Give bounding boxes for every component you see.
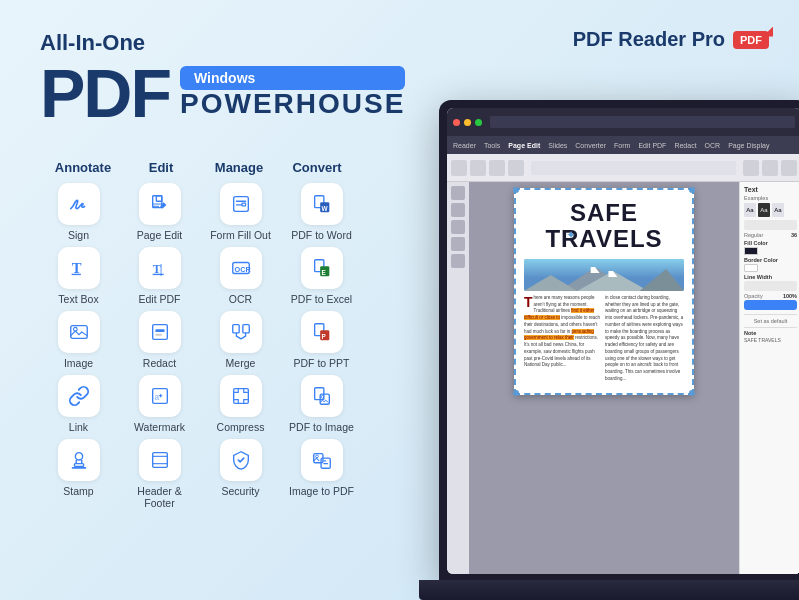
security-label: Security <box>222 485 260 497</box>
svg-text:✦: ✦ <box>158 392 163 399</box>
svg-rect-20 <box>155 334 161 336</box>
svg-rect-16 <box>70 326 87 339</box>
highlight-2: persuading government to relax their <box>524 329 594 341</box>
menu-tools[interactable]: Tools <box>484 142 500 149</box>
link-label: Link <box>69 421 88 433</box>
feature-watermark[interactable]: a ✦ Watermark <box>121 375 198 433</box>
svg-rect-19 <box>155 330 164 333</box>
prop-regular-label: Regular <box>744 232 763 238</box>
svg-rect-21 <box>232 325 238 333</box>
feature-pdf-excel[interactable]: E PDF to Excel <box>283 247 360 305</box>
prop-font-input[interactable] <box>744 220 797 230</box>
menu-form[interactable]: Form <box>614 142 630 149</box>
feature-edit-pdf[interactable]: T| Edit PDF <box>121 247 198 305</box>
feature-pdf-image[interactable]: PDF to Image <box>283 375 360 433</box>
prop-border-label: Border Color <box>744 257 797 263</box>
textbox-icon-box: T <box>58 247 100 289</box>
category-annotate: Annotate <box>44 160 122 175</box>
watermark-label: Watermark <box>134 421 185 433</box>
set-default-label[interactable]: Set as default <box>744 318 797 324</box>
feature-image[interactable]: Image <box>40 311 117 369</box>
feature-header-footer[interactable]: Header & Footer <box>121 439 198 509</box>
merge-icon <box>230 321 252 343</box>
svg-rect-3 <box>241 203 245 206</box>
compress-label: Compress <box>217 421 265 433</box>
menu-edit-pdf[interactable]: Edit PDF <box>638 142 666 149</box>
feature-image-to-pdf[interactable]: Image to PDF <box>283 439 360 509</box>
pdf-app: Reader Tools Page Edit Slides Converter … <box>447 108 799 574</box>
minimize-dot[interactable] <box>464 119 471 126</box>
handle-tr[interactable] <box>689 187 695 193</box>
pdf-sidebar-left <box>447 182 469 574</box>
feature-page-edit[interactable]: Page Edit <box>121 183 198 241</box>
prop-linewidth-section: Line Width <box>744 274 797 291</box>
sign-label: Sign <box>68 229 89 241</box>
feature-security[interactable]: Security <box>202 439 279 509</box>
merge-icon-box <box>220 311 262 353</box>
svg-point-40 <box>315 455 318 458</box>
pdf-excel-label: PDF to Excel <box>291 293 352 305</box>
edit-pdf-icon-box: T| <box>139 247 181 289</box>
feature-form[interactable]: Form Fill Out <box>202 183 279 241</box>
ribbon-btn-5[interactable] <box>743 160 759 176</box>
ribbon-btn-2[interactable] <box>470 160 486 176</box>
feature-stamp[interactable]: Stamp <box>40 439 117 509</box>
watermark-icon-box: a ✦ <box>139 375 181 417</box>
textbox-icon: T <box>68 257 90 279</box>
sidebar-icon-1[interactable] <box>451 186 465 200</box>
prop-border-color[interactable] <box>744 264 758 272</box>
font-sample-3: Aa <box>772 203 784 217</box>
menu-slides[interactable]: Slides <box>548 142 567 149</box>
svg-rect-34 <box>74 464 83 467</box>
prop-opacity-slider[interactable] <box>744 300 797 310</box>
pdf-properties-panel: Text Examples Aa Aa Aa Reg <box>739 182 799 574</box>
page-body-col2: in close contact during boarding, whethe… <box>605 295 684 383</box>
font-sample-2: Aa <box>758 203 770 217</box>
feature-compress[interactable]: Compress <box>202 375 279 433</box>
menu-ocr[interactable]: OCR <box>705 142 721 149</box>
menu-page-display[interactable]: Page Display <box>728 142 769 149</box>
sidebar-icon-5[interactable] <box>451 254 465 268</box>
ribbon-btn-7[interactable] <box>781 160 797 176</box>
close-dot[interactable] <box>453 119 460 126</box>
feature-pdf-ppt[interactable]: P PDF to PPT <box>283 311 360 369</box>
ribbon-btn-6[interactable] <box>762 160 778 176</box>
sidebar-icon-4[interactable] <box>451 237 465 251</box>
menu-reader[interactable]: Reader <box>453 142 476 149</box>
edit-pdf-label: Edit PDF <box>138 293 180 305</box>
maximize-dot[interactable] <box>475 119 482 126</box>
sidebar-icon-2[interactable] <box>451 203 465 217</box>
feature-ocr[interactable]: OCR OCR <box>202 247 279 305</box>
security-icon <box>230 449 252 471</box>
ribbon-btn-4[interactable] <box>508 160 524 176</box>
menu-converter[interactable]: Converter <box>575 142 606 149</box>
handle-tl[interactable] <box>513 187 519 193</box>
link-icon-box <box>58 375 100 417</box>
merge-label: Merge <box>226 357 256 369</box>
handle-br[interactable] <box>689 390 695 396</box>
pdf-word-icon-box: W <box>301 183 343 225</box>
feature-redact[interactable]: Redact <box>121 311 198 369</box>
pdf-toolbar <box>447 108 799 136</box>
menu-page-edit[interactable]: Page Edit <box>508 142 540 149</box>
pdf-menubar: Reader Tools Page Edit Slides Converter … <box>447 136 799 154</box>
ribbon-btn-3[interactable] <box>489 160 505 176</box>
ribbon-btn-1[interactable] <box>451 160 467 176</box>
handle-bl[interactable] <box>513 390 519 396</box>
feature-textbox[interactable]: T Text Box <box>40 247 117 305</box>
feature-pdf-word[interactable]: W PDF to Word <box>283 183 360 241</box>
prop-fill-label: Fill Color <box>744 240 797 246</box>
ribbon-input[interactable] <box>531 161 736 175</box>
prop-linewidth-input[interactable] <box>744 281 797 291</box>
pdf-word-icon: W <box>311 193 333 215</box>
pdf-image-icon <box>311 385 333 407</box>
menu-redact[interactable]: Redact <box>674 142 696 149</box>
page-main-title: SAFE TRAVELS <box>524 200 684 253</box>
feature-sign[interactable]: Sign <box>40 183 117 241</box>
mountain-svg <box>524 259 684 291</box>
feature-merge[interactable]: Merge <box>202 311 279 369</box>
sidebar-icon-3[interactable] <box>451 220 465 234</box>
feature-link[interactable]: Link <box>40 375 117 433</box>
prop-fill-color[interactable] <box>744 247 758 255</box>
laptop-body: Reader Tools Page Edit Slides Converter … <box>439 100 799 582</box>
